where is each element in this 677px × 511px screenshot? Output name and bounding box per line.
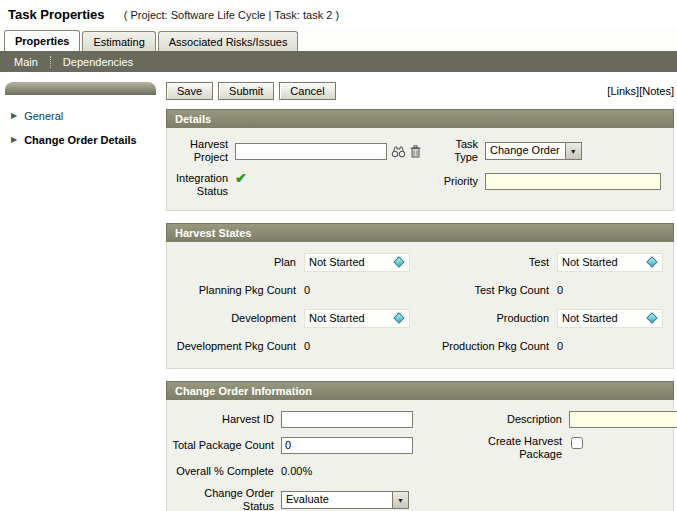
sidebar-item-general[interactable]: ▶ General [3, 107, 166, 125]
cancel-button[interactable]: Cancel [279, 82, 335, 100]
tab-estimating[interactable]: Estimating [82, 31, 155, 51]
development-pkg-count-value: 0 [304, 340, 410, 352]
change-order-status-label: Change Order Status [171, 487, 281, 511]
create-harvest-package-label: Create Harvest Package [483, 435, 569, 461]
development-pkg-count-row: Development Pkg Count 0 [167, 332, 420, 360]
binoculars-browse-icon[interactable] [391, 145, 406, 158]
subnav-item-dependencies[interactable]: Dependencies [61, 56, 135, 68]
task-type-select[interactable]: Change Order ▼ [485, 142, 582, 160]
sidebar: ▶ General ▶ Change Order Details [0, 82, 166, 511]
status-diamond-icon [646, 256, 657, 267]
subnav-bar: Main Dependencies [0, 51, 677, 72]
planning-pkg-count-row: Planning Pkg Count 0 [167, 276, 420, 304]
chevron-down-icon: ▼ [392, 492, 408, 508]
status-diamond-icon [393, 312, 404, 323]
task-type-row: Task Type Change Order ▼ [429, 134, 673, 168]
subnav-separator [50, 56, 51, 68]
integration-status-label: Integration Status [171, 172, 235, 198]
create-harvest-package-checkbox[interactable] [571, 437, 583, 449]
development-state-row: Development Not Started [167, 304, 420, 332]
change-order-status-selected-value: Evaluate [282, 492, 392, 508]
harvest-id-label: Harvest ID [171, 413, 281, 426]
page-title: Task Properties [8, 7, 105, 22]
production-pkg-count-value: 0 [557, 340, 663, 352]
subnav-item-main[interactable]: Main [12, 56, 40, 68]
delete-trash-icon[interactable] [410, 145, 421, 158]
priority-input[interactable] [485, 173, 661, 190]
harvest-project-row: Harvest Project [167, 134, 429, 168]
test-state-text: Not Started [562, 256, 618, 268]
production-label: Production [424, 312, 557, 324]
description-label: Description [483, 413, 569, 426]
page-context: ( Project: Software Life Cycle | Task: t… [124, 9, 339, 21]
total-package-count-row: Total Package Count [167, 432, 479, 458]
change-order-status-select[interactable]: Evaluate ▼ [281, 491, 409, 509]
content-area: ▶ General ▶ Change Order Details Save Su… [0, 72, 677, 511]
description-row: Description [479, 406, 677, 432]
change-order-section-header: Change Order Information [166, 381, 674, 400]
details-section-body: Harvest Project Integration Status ✔ [166, 128, 674, 211]
test-label: Test [424, 256, 557, 268]
total-package-count-label: Total Package Count [171, 439, 281, 452]
harvest-states-section-header: Harvest States [166, 223, 674, 242]
harvest-project-label: Harvest Project [171, 138, 235, 164]
development-state-value: Not Started [304, 309, 410, 328]
harvest-project-input[interactable] [235, 143, 387, 160]
total-package-count-input[interactable] [281, 437, 413, 454]
tree-arrow-icon: ▶ [11, 136, 17, 144]
plan-label: Plan [171, 256, 304, 268]
production-pkg-count-label: Production Pkg Count [424, 340, 557, 352]
submit-button[interactable]: Submit [218, 82, 274, 100]
harvest-id-input[interactable] [281, 411, 413, 428]
toolbar-top: Save Submit Cancel [Links][Notes] [166, 82, 674, 100]
tree-arrow-icon: ▶ [11, 112, 17, 120]
overall-complete-row: Overall % Complete 0.00% [167, 458, 479, 484]
test-pkg-count-value: 0 [557, 284, 663, 296]
task-type-label: Task Type [433, 138, 485, 164]
save-button[interactable]: Save [166, 82, 213, 100]
test-state-row: Test Not Started [420, 248, 673, 276]
harvest-states-section: Harvest States Plan Not Started Test Not… [166, 223, 674, 369]
plan-state-value: Not Started [304, 253, 410, 272]
production-state-text: Not Started [562, 312, 618, 324]
priority-row: Priority [429, 168, 673, 194]
tab-bar: Properties Estimating Associated Risks/I… [0, 26, 677, 51]
status-diamond-icon [393, 256, 404, 267]
plan-state-row: Plan Not Started [167, 248, 420, 276]
status-diamond-icon [646, 312, 657, 323]
sidebar-item-change-order-details[interactable]: ▶ Change Order Details [3, 131, 166, 149]
production-pkg-count-row: Production Pkg Count 0 [420, 332, 673, 360]
development-pkg-count-label: Development Pkg Count [171, 340, 304, 352]
harvest-states-section-body: Plan Not Started Test Not Started [166, 242, 674, 369]
integration-status-row: Integration Status ✔ [167, 168, 429, 202]
tab-associated-risks-issues[interactable]: Associated Risks/Issues [158, 31, 299, 51]
page-header: Task Properties ( Project: Software Life… [0, 0, 677, 26]
change-order-section: Change Order Information Harvest ID Tota… [166, 381, 674, 511]
overall-complete-value: 0.00% [281, 465, 312, 477]
tab-properties[interactable]: Properties [4, 30, 80, 51]
links-notes-top: [Links][Notes] [607, 85, 674, 97]
sidebar-header-cap [5, 82, 156, 95]
links-link[interactable]: [Links] [607, 85, 639, 97]
details-section-header: Details [166, 109, 674, 128]
chevron-down-icon: ▼ [565, 143, 581, 159]
development-label: Development [171, 312, 304, 324]
change-order-status-row: Change Order Status Evaluate ▼ [167, 484, 479, 511]
sidebar-item-label: Change Order Details [24, 134, 136, 146]
plan-state-text: Not Started [309, 256, 365, 268]
test-pkg-count-row: Test Pkg Count 0 [420, 276, 673, 304]
development-state-text: Not Started [309, 312, 365, 324]
harvest-id-row: Harvest ID [167, 406, 479, 432]
change-order-section-body: Harvest ID Total Package Count Overall %… [166, 400, 674, 511]
description-input[interactable] [569, 411, 677, 428]
test-state-value: Not Started [557, 253, 663, 272]
notes-link[interactable]: [Notes] [639, 85, 674, 97]
overall-complete-label: Overall % Complete [171, 465, 281, 478]
sidebar-item-label: General [24, 110, 63, 122]
production-state-row: Production Not Started [420, 304, 673, 332]
details-section: Details Harvest Project [166, 109, 674, 211]
test-pkg-count-label: Test Pkg Count [424, 284, 557, 296]
create-harvest-package-row: Create Harvest Package [479, 432, 677, 464]
main-panel: Save Submit Cancel [Links][Notes] Detail… [166, 82, 677, 511]
planning-pkg-count-label: Planning Pkg Count [171, 284, 304, 296]
